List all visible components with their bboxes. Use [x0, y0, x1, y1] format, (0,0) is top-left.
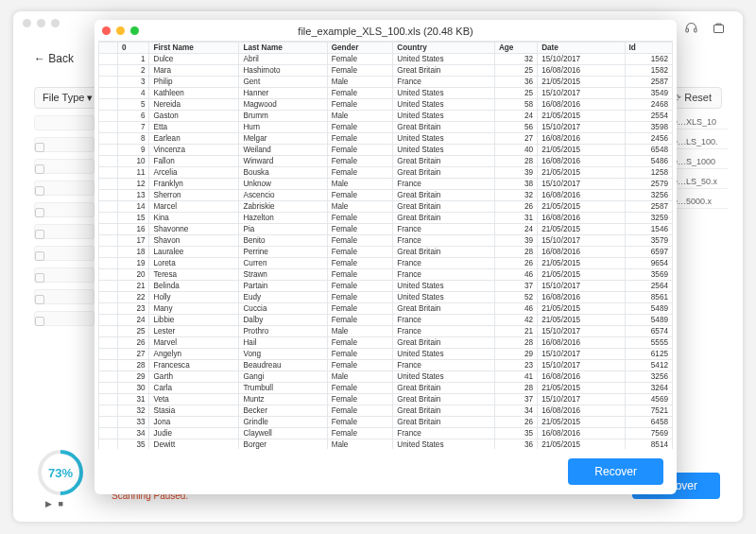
table-row[interactable]: 28FrancescaBeaudreauFemaleFrance2315/10/… — [99, 360, 673, 371]
table-row[interactable]: 14MarcelZabriskieMaleGreat Britain2621/0… — [99, 201, 673, 213]
table-row[interactable]: 16ShavonnePiaFemaleFrance2421/05/2015154… — [99, 224, 673, 235]
table-row[interactable]: 2MaraHashimotoFemaleGreat Britain2516/08… — [99, 65, 673, 77]
cell: 38 — [494, 179, 537, 190]
cell: 21/05/2015 — [538, 258, 625, 269]
file-type-filter[interactable]: File Type ▾ — [34, 87, 102, 109]
table-row[interactable]: 8EarleanMelgarFemaleUnited States2716/08… — [99, 133, 673, 145]
cell: 16 — [118, 224, 149, 235]
tree-item[interactable] — [34, 246, 94, 261]
table-row[interactable]: 25LesterProthroMaleFrance2115/10/2017657… — [99, 326, 673, 337]
cell: Carla — [149, 383, 239, 394]
cell: 21/05/2015 — [538, 201, 625, 213]
cell: Becker — [239, 405, 327, 417]
table-row[interactable]: 22HollyEudyFemaleUnited States5216/08/20… — [99, 292, 673, 303]
cell: Male — [327, 77, 393, 88]
table-row[interactable]: 13SherronAscencioFemaleGreat Britain3216… — [99, 190, 673, 201]
tree-item[interactable] — [34, 181, 94, 196]
cell: 42 — [494, 315, 537, 326]
table-row[interactable]: 1DulceAbrilFemaleUnited States3215/10/20… — [99, 54, 673, 65]
table-row[interactable]: 12FranklynUnknowMaleFrance3815/10/201725… — [99, 179, 673, 190]
table-row[interactable]: 17ShavonBenitoFemaleFrance3915/10/201735… — [99, 235, 673, 247]
table-row[interactable]: 31VetaMuntzFemaleGreat Britain3715/10/20… — [99, 394, 673, 405]
cell: 25 — [118, 326, 149, 337]
cell: 15/10/2017 — [538, 360, 625, 371]
cell: 21/05/2015 — [538, 167, 625, 179]
table-row[interactable]: 32StasiaBeckerFemaleGreat Britain3416/08… — [99, 405, 673, 417]
tree-item[interactable] — [34, 267, 94, 283]
table-row[interactable]: 7EttaHurnFemaleGreat Britain5615/10/2017… — [99, 122, 673, 133]
cell: Libbie — [149, 315, 239, 326]
cell: 1546 — [625, 224, 672, 235]
table-row[interactable]: 4KathleenHannerFemaleUnited States2515/1… — [99, 88, 673, 99]
table-row[interactable]: 5NereidaMagwoodFemaleUnited States5816/0… — [99, 99, 673, 111]
table-row[interactable]: 9VincenzaWeilandFemaleUnited States4021/… — [99, 145, 673, 156]
cell: Female — [327, 281, 393, 292]
svg-rect-2 — [695, 28, 697, 32]
cell: United States — [393, 371, 495, 383]
cell: 58 — [494, 99, 537, 111]
cell: 32 — [118, 405, 149, 417]
headset-icon[interactable] — [684, 21, 698, 39]
cell: Philip — [149, 77, 239, 88]
window-controls[interactable] — [102, 26, 139, 35]
cell: 29 — [118, 371, 149, 383]
cell: 6458 — [625, 417, 672, 428]
table-row[interactable]: 30CarlaTrumbullFemaleGreat Britain2821/0… — [99, 383, 673, 394]
tree-item[interactable] — [34, 159, 94, 174]
table-row[interactable]: 33JonaGrindleFemaleGreat Britain2621/05/… — [99, 417, 673, 428]
table-row[interactable]: 23ManyCucciaFemaleGreat Britain4621/05/2… — [99, 303, 673, 315]
cell: Judie — [149, 428, 239, 439]
box-icon[interactable] — [712, 21, 726, 39]
cell: Great Britain — [393, 167, 495, 179]
maximize-icon[interactable] — [130, 26, 139, 35]
table-row[interactable]: 19LoretaCurrenFemaleFrance2621/05/201596… — [99, 258, 673, 269]
cell: 19 — [118, 258, 149, 269]
cell: 5555 — [625, 337, 672, 349]
cell: 32 — [494, 54, 537, 65]
data-table: 0First NameLast NameGenderCountryAgeDate… — [98, 42, 673, 449]
table-row[interactable]: 26MarvelHailFemaleGreat Britain2816/08/2… — [99, 337, 673, 349]
table-row[interactable]: 35DewittBorgerMaleUnited States3621/05/2… — [99, 439, 673, 450]
cell: 21/05/2015 — [538, 383, 625, 394]
cell: Grindle — [239, 417, 327, 428]
table-row[interactable]: 34JudieClaywellFemaleFrance3516/08/20167… — [99, 428, 673, 439]
cell: Magwood — [239, 99, 327, 111]
minimize-icon[interactable] — [116, 26, 125, 35]
table-row[interactable]: 18LauraleePerrineFemaleGreat Britain2816… — [99, 247, 673, 258]
spreadsheet-grid[interactable]: 0First NameLast NameGenderCountryAgeDate… — [98, 41, 673, 449]
cell: Perrine — [239, 247, 327, 258]
cell: Eudy — [239, 292, 327, 303]
cell: 30 — [118, 383, 149, 394]
cell: Marcel — [149, 201, 239, 213]
tree-item[interactable] — [34, 137, 94, 152]
back-button[interactable]: Back — [34, 52, 74, 65]
table-row[interactable]: 29GarthGangiMaleUnited States4116/08/201… — [99, 371, 673, 383]
close-icon[interactable] — [102, 26, 111, 35]
tree-item[interactable] — [34, 311, 94, 326]
table-row[interactable]: 27AngelynVongFemaleUnited States2915/10/… — [99, 349, 673, 360]
tree-item[interactable] — [34, 202, 94, 217]
tree-item[interactable] — [34, 289, 94, 304]
table-row[interactable]: 20TeresaStrawnFemaleFrance4621/05/201535… — [99, 269, 673, 281]
cell: Great Britain — [393, 65, 495, 77]
cell: 1582 — [625, 65, 672, 77]
tree-item[interactable] — [34, 224, 94, 239]
table-row[interactable]: 3PhilipGentMaleFrance3621/05/20152587 — [99, 77, 673, 88]
cell: Many — [149, 303, 239, 315]
recover-button[interactable]: Recover — [568, 458, 663, 485]
cell: 28 — [494, 156, 537, 167]
play-pause-controls[interactable]: ▶ ■ — [45, 499, 65, 508]
cell: Hanner — [239, 88, 327, 99]
table-row[interactable]: 24LibbieDalbyFemaleFrance4221/05/2015548… — [99, 315, 673, 326]
progress-percent: 73% — [38, 450, 83, 495]
table-row[interactable]: 15KinaHazeltonFemaleGreat Britain3116/08… — [99, 213, 673, 224]
table-row[interactable]: 6GastonBrummMaleUnited States2421/05/201… — [99, 111, 673, 122]
cell: United States — [393, 54, 495, 65]
column-header: Last Name — [239, 43, 327, 54]
table-row[interactable]: 11ArceliaBouskaFemaleGreat Britain3921/0… — [99, 167, 673, 179]
table-row[interactable]: 21BelindaPartainFemaleUnited States3715/… — [99, 281, 673, 292]
cell: Female — [327, 224, 393, 235]
scan-progress: 73% — [38, 450, 83, 495]
tree-item[interactable] — [34, 115, 94, 130]
table-row[interactable]: 10FallonWinwardFemaleGreat Britain2816/0… — [99, 156, 673, 167]
